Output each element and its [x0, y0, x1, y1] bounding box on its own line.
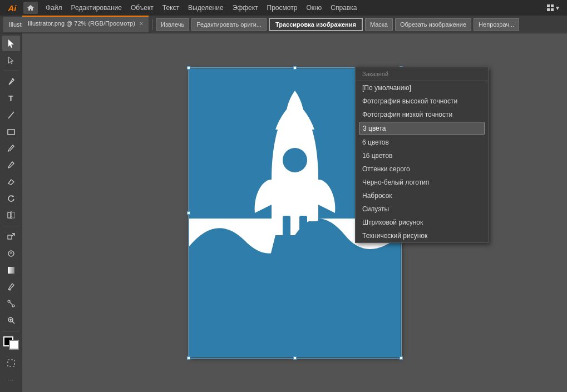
dropdown-item-3colors[interactable]: 3 цвета — [359, 122, 485, 135]
menu-edit[interactable]: Редактирование — [67, 2, 126, 13]
svg-rect-11 — [8, 235, 12, 239]
menu-right: ▼ — [544, 3, 564, 12]
pencil-tool[interactable] — [2, 157, 20, 173]
dropdown-item-grayscale[interactable]: Оттенки серого — [356, 162, 488, 176]
menu-file[interactable]: Файл — [41, 2, 67, 13]
svg-line-18 — [9, 302, 12, 305]
svg-line-20 — [12, 321, 14, 324]
svg-point-17 — [12, 305, 14, 307]
line-tool[interactable] — [2, 107, 20, 123]
svg-rect-2 — [547, 8, 550, 11]
menu-effect[interactable]: Эффект — [228, 2, 263, 13]
trace-image-button[interactable]: Трассировка изображения — [269, 18, 363, 31]
type-tool[interactable]: T — [2, 91, 20, 106]
warp-tool[interactable] — [2, 246, 20, 261]
tool-divider-3 — [3, 331, 19, 331]
svg-line-7 — [12, 162, 14, 163]
active-tab-close[interactable]: × — [140, 20, 143, 27]
app-logo: Ai — [3, 0, 21, 16]
pen-tool[interactable] — [2, 74, 20, 90]
dropdown-item-6colors[interactable]: 6 цветов — [356, 136, 488, 149]
direct-selection-tool[interactable] — [2, 52, 20, 68]
rectangle-tool[interactable] — [2, 124, 20, 140]
canvas-area: Заказной [По умолчанию] Фотография высок… — [22, 33, 567, 392]
svg-rect-14 — [8, 267, 14, 274]
scale-tool[interactable] — [2, 229, 20, 245]
tool-divider-2 — [3, 226, 19, 226]
dropdown-item-technical[interactable]: Технический рисунок — [356, 229, 488, 242]
svg-point-16 — [8, 300, 10, 302]
svg-point-4 — [12, 78, 13, 80]
svg-rect-6 — [8, 130, 14, 135]
dropdown-item-silhouettes[interactable]: Силуэты — [356, 202, 488, 216]
home-button[interactable] — [23, 2, 38, 14]
menu-select[interactable]: Выделение — [184, 2, 228, 13]
edit-original-button[interactable]: Редактировать ориги... — [191, 18, 267, 31]
svg-line-12 — [12, 234, 14, 236]
menu-text[interactable]: Текст — [158, 2, 184, 13]
dropdown-item-sketch[interactable]: Набросок — [356, 189, 488, 202]
selection-tool[interactable] — [2, 36, 20, 51]
svg-rect-29 — [299, 216, 307, 238]
mask-button[interactable]: Маска — [365, 18, 393, 31]
more-tools[interactable]: ··· — [2, 372, 20, 388]
svg-rect-8 — [8, 212, 11, 218]
workspace-switcher[interactable]: ▼ — [544, 3, 564, 12]
sep1 — [152, 19, 152, 30]
crop-button[interactable]: Обрезать изображение — [395, 18, 471, 31]
svg-point-15 — [8, 289, 9, 290]
svg-line-5 — [8, 112, 14, 118]
dropdown-item-bw-logo[interactable]: Черно-белый логотип — [356, 176, 488, 189]
active-tab-title: Illustrator.png @ 72% (RGB/Просмотр) — [28, 20, 135, 27]
svg-point-13 — [8, 251, 14, 256]
blend-tool[interactable] — [2, 296, 20, 311]
svg-rect-0 — [547, 4, 550, 7]
dropdown-item-16colors[interactable]: 16 цветов — [356, 149, 488, 162]
trace-dropdown: Заказной [По умолчанию] Фотография высок… — [355, 67, 489, 243]
mirror-tool[interactable] — [2, 207, 20, 223]
opacity-button[interactable]: Непрозрач... — [474, 18, 519, 31]
menu-window[interactable]: Окно — [302, 2, 326, 13]
dropdown-item-hq-photo[interactable]: Фотография высокой точности — [356, 95, 488, 108]
eraser-tool[interactable] — [2, 174, 20, 190]
draw-mode[interactable] — [2, 355, 20, 371]
extract-button[interactable]: Извлечь — [156, 18, 189, 31]
color-boxes[interactable] — [3, 336, 19, 350]
active-document-tab[interactable]: Illustrator.png @ 72% (RGB/Просмотр) × — [22, 16, 149, 30]
left-toolbar: T — [0, 33, 22, 392]
svg-rect-28 — [283, 216, 290, 238]
svg-point-26 — [283, 148, 307, 172]
dropdown-item-default[interactable]: [По умолчанию] — [356, 81, 488, 95]
menu-items: Файл Редактирование Объект Текст Выделен… — [41, 2, 544, 13]
main-layout: T — [0, 33, 567, 392]
dropdown-item-lq-photo[interactable]: Фотография низкой точности — [356, 108, 488, 121]
svg-rect-23 — [8, 360, 14, 366]
svg-rect-1 — [551, 4, 554, 7]
menu-object[interactable]: Объект — [126, 2, 158, 13]
svg-rect-3 — [551, 8, 554, 11]
menu-view[interactable]: Просмотр — [263, 2, 302, 13]
rotate-tool[interactable] — [2, 191, 20, 206]
dropdown-header: Заказной — [356, 67, 488, 81]
eyedropper-tool[interactable] — [2, 279, 20, 295]
background-color[interactable] — [9, 340, 19, 350]
tool-divider-1 — [3, 71, 19, 71]
paintbrush-tool[interactable] — [2, 141, 20, 156]
gradient-tool[interactable] — [2, 262, 20, 278]
menu-bar: Ai Файл Редактирование Объект Текст Выде… — [0, 0, 567, 16]
svg-rect-27 — [272, 177, 318, 221]
dropdown-item-line-art[interactable]: Штриховой рисунок — [356, 216, 488, 229]
menu-help[interactable]: Справка — [326, 2, 361, 13]
zoom-tool[interactable] — [2, 312, 20, 328]
svg-rect-9 — [12, 212, 14, 218]
